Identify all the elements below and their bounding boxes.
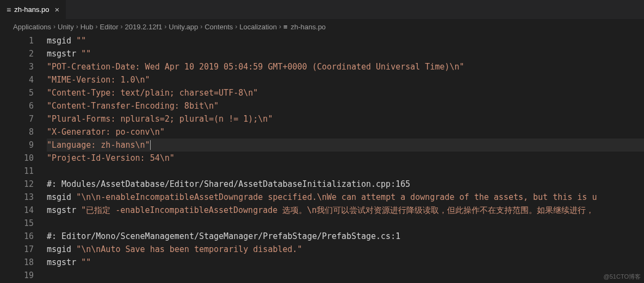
breadcrumb-item[interactable]: zh-hans.po [291,23,326,31]
code-text: msgstr [47,205,81,215]
code-line[interactable]: "Project-Id-Version: 54\n" [47,152,644,165]
line-number: 5 [0,86,34,99]
breadcrumb-item[interactable]: Applications [13,23,51,31]
code-area[interactable]: msgid ""msgstr """POT-Creation-Date: Wed… [47,34,644,282]
close-icon[interactable]: × [55,5,60,14]
chevron-right-icon: › [235,23,237,30]
line-number: 8 [0,125,34,139]
code-string: "\n\n-enableIncompatibleAssetDowngrade s… [76,192,597,202]
line-number: 13 [0,191,34,204]
code-line[interactable] [47,269,644,282]
chevron-right-icon: › [279,23,281,30]
file-icon: ≡ [7,5,11,14]
line-number: 9 [0,139,34,152]
line-number: 15 [0,217,34,230]
code-string: "X-Generator: po-conv\n" [47,127,165,137]
code-string: "Content-Type: text/plain; charset=UTF-8… [47,88,258,98]
breadcrumb-item[interactable]: 2019.2.12f1 [125,23,163,31]
breadcrumb-item[interactable]: Unity [58,23,74,31]
line-number: 10 [0,152,34,165]
chevron-right-icon: › [121,23,123,30]
code-line[interactable]: "X-Generator: po-conv\n" [47,125,644,139]
code-text: msgid [47,244,76,254]
code-line[interactable] [47,217,644,230]
code-line[interactable]: msgstr "" [47,256,644,269]
code-line[interactable]: msgid "\n\n-enableIncompatibleAssetDowng… [47,191,644,204]
code-string: "" [81,257,91,267]
code-line[interactable]: "Language: zh-hans\n" [47,139,644,152]
code-string: "Content-Transfer-Encoding: 8bit\n" [47,101,219,111]
chevron-right-icon: › [76,23,78,30]
code-line[interactable]: #: Modules/AssetDatabase/Editor/Shared/A… [47,178,644,191]
code-line[interactable]: "Content-Transfer-Encoding: 8bit\n" [47,99,644,112]
code-line[interactable]: msgstr "" [47,47,644,60]
chevron-right-icon: › [200,23,202,30]
chevron-right-icon: › [164,23,166,30]
breadcrumb-item[interactable]: Hub [81,23,94,31]
line-number: 11 [0,165,34,178]
code-line[interactable]: #: Editor/Mono/SceneManagement/StageMana… [47,230,644,243]
tab-active[interactable]: ≡ zh-hans.po × [0,0,66,19]
code-text: msgid [47,36,76,46]
line-number: 1 [0,34,34,47]
line-number: 6 [0,99,34,112]
text-cursor [150,140,151,150]
code-string: "POT-Creation-Date: Wed Apr 10 2019 05:0… [47,62,465,72]
code-string: "Plural-Forms: nplurals=2; plural=(n != … [47,114,273,124]
code-string: "" [81,49,91,59]
code-text: msgid [47,192,76,202]
line-number: 18 [0,256,34,269]
code-line[interactable] [47,165,644,178]
watermark: @51CTO博客 [604,273,641,281]
breadcrumb-item[interactable]: Localization [239,23,277,31]
line-number: 3 [0,60,34,73]
code-line[interactable]: "MIME-Version: 1.0\n" [47,73,644,86]
breadcrumb-item[interactable]: Contents [205,23,233,31]
line-number: 12 [0,178,34,191]
gutter: 12345678910111213141516171819 [0,34,47,282]
code-line[interactable]: "Plural-Forms: nplurals=2; plural=(n != … [47,112,644,125]
tab-bar: ≡ zh-hans.po × [0,0,644,19]
code-string: "" [76,36,86,46]
code-text: msgstr [47,49,81,59]
code-line[interactable]: msgstr "已指定 -enableIncompatibleAssetDown… [47,204,644,217]
line-number: 16 [0,230,34,243]
code-line[interactable]: msgid "" [47,34,644,47]
line-number: 4 [0,73,34,86]
code-string: "Language: zh-hans\n" [47,140,150,150]
line-number: 2 [0,47,34,60]
code-text: #: Editor/Mono/SceneManagement/StageMana… [47,231,400,241]
code-line[interactable]: "POT-Creation-Date: Wed Apr 10 2019 05:0… [47,60,644,73]
code-line[interactable]: "Content-Type: text/plain; charset=UTF-8… [47,86,644,99]
breadcrumb-item[interactable]: Unity.app [169,23,198,31]
line-number: 19 [0,269,34,282]
breadcrumb: Applications›Unity›Hub›Editor›2019.2.12f… [0,19,644,34]
line-number: 14 [0,204,34,217]
code-string: "Project-Id-Version: 54\n" [47,153,175,163]
code-text: msgstr [47,257,81,267]
editor[interactable]: 12345678910111213141516171819 msgid ""ms… [0,34,644,282]
line-number: 7 [0,112,34,125]
line-number: 17 [0,243,34,256]
breadcrumb-item[interactable]: Editor [100,23,119,31]
code-string: "\n\nAuto Save has been temporarily disa… [76,244,302,254]
code-string: "MIME-Version: 1.0\n" [47,75,150,85]
code-text: #: Modules/AssetDatabase/Editor/Shared/A… [47,179,410,189]
file-icon: ≡ [283,23,288,31]
code-string: "已指定 -enableIncompatibleAssetDowngrade 选… [81,205,594,215]
chevron-right-icon: › [96,23,98,30]
code-line[interactable]: msgid "\n\nAuto Save has been temporaril… [47,243,644,256]
tab-filename: zh-hans.po [14,5,49,14]
chevron-right-icon: › [53,23,55,30]
